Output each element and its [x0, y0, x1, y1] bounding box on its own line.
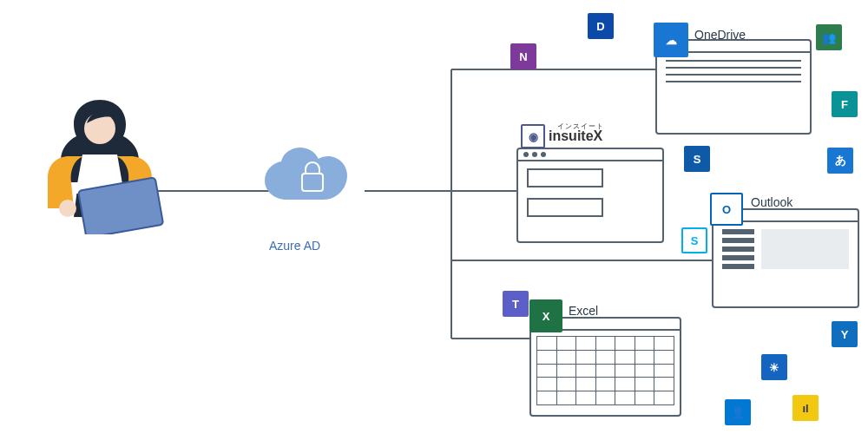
insuitex-icon: ◉: [521, 124, 545, 148]
yammer-icon: Y: [832, 321, 858, 347]
skype-icon: S: [681, 227, 707, 253]
excel-icon: X: [529, 299, 562, 332]
outlook-icon: O: [710, 193, 743, 226]
outlook-label: Outlook: [751, 195, 792, 209]
insuitex-window: [516, 148, 664, 243]
weather-icon: ☀: [761, 354, 787, 380]
sharepoint-icon: S: [684, 146, 710, 172]
onenote-icon: N: [510, 43, 536, 69]
forms-icon: F: [832, 91, 858, 117]
delve-icon: 👤: [725, 399, 751, 425]
svg-point-10: [59, 200, 76, 217]
dynamics-icon: D: [588, 13, 614, 39]
onedrive-icon: ☁: [654, 23, 688, 57]
teams-icon: T: [503, 291, 529, 317]
powerbi-icon: ıl: [792, 395, 819, 421]
azure-label: Azure AD: [269, 239, 320, 253]
translator-icon: あ: [827, 148, 853, 174]
user-illustration: [26, 87, 174, 234]
excel-label: Excel: [569, 304, 598, 318]
people-icon: 👥: [816, 24, 842, 50]
azure-cloud: [260, 148, 365, 217]
insuitex-sub-label: インスイート: [557, 122, 604, 131]
onedrive-label: OneDrive: [694, 28, 746, 42]
